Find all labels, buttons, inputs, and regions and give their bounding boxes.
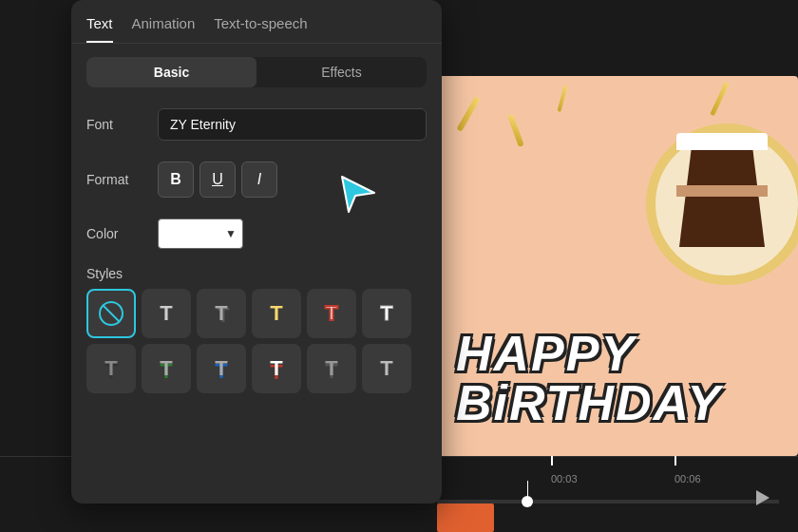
chevron-down-icon: ▼ — [225, 227, 237, 240]
color-row: Color ▼ — [71, 211, 442, 256]
cake-frosting — [676, 133, 768, 150]
confetti-2 — [507, 114, 524, 147]
style-none[interactable] — [86, 289, 136, 338]
subtab-bar: Basic Effects — [86, 57, 427, 87]
format-row: Format B U I — [71, 154, 442, 205]
play-button[interactable] — [756, 490, 770, 505]
timeline-track — [437, 500, 779, 504]
bold-button[interactable]: B — [158, 162, 194, 198]
styles-grid-1: T T T T T — [71, 289, 442, 338]
birthday-text: BiRTHDAY — [456, 378, 798, 428]
timeline-label-1: 00:03 — [551, 473, 578, 484]
timeline-tick-2 — [674, 456, 676, 466]
tab-animation[interactable]: Animation — [132, 15, 196, 43]
timeline-clip[interactable] — [437, 504, 494, 532]
font-row: Font ZY Eternity — [71, 101, 442, 148]
style-plain2[interactable]: T — [362, 344, 411, 393]
color-swatch[interactable]: ▼ — [158, 218, 243, 249]
style-blue-shadow[interactable]: T — [197, 344, 246, 393]
styles-grid-2: T T T T T T — [71, 344, 442, 393]
style-gray-shadow[interactable]: T — [307, 344, 356, 393]
format-label: Format — [86, 172, 158, 187]
color-label: Color — [86, 226, 158, 241]
font-label: Font — [86, 117, 158, 132]
preview-area: HAPPY BiRTHDAY — [437, 76, 798, 456]
subtab-effects[interactable]: Effects — [256, 57, 427, 87]
svg-line-1 — [103, 305, 120, 322]
birthday-text-container: HAPPY BiRTHDAY — [456, 329, 798, 428]
play-button-container — [756, 490, 770, 505]
playhead — [522, 496, 533, 507]
font-selector[interactable]: ZY Eternity — [158, 108, 427, 141]
confetti-3 — [557, 86, 567, 112]
style-outline-red[interactable]: T — [307, 289, 356, 338]
plate-container — [627, 104, 798, 294]
confetti-1 — [456, 96, 480, 132]
tab-tts[interactable]: Text-to-speech — [214, 15, 307, 43]
text-panel: Text Animation Text-to-speech Basic Effe… — [71, 0, 442, 504]
subtab-basic[interactable]: Basic — [86, 57, 256, 87]
underline-button[interactable]: U — [200, 162, 236, 198]
format-buttons: B U I — [158, 162, 277, 198]
happy-text: HAPPY — [456, 329, 798, 378]
cake-layer — [676, 185, 768, 197]
tab-bar: Text Animation Text-to-speech — [71, 0, 442, 44]
styles-label: Styles — [71, 262, 442, 289]
style-green-shadow[interactable]: T — [142, 344, 191, 393]
font-value: ZY Eternity — [170, 117, 236, 132]
italic-button[interactable]: I — [241, 162, 277, 198]
style-plain[interactable]: T — [142, 289, 191, 338]
style-shadow[interactable]: T — [197, 289, 246, 338]
timeline-label-2: 00:06 — [674, 473, 701, 484]
style-outline[interactable]: T — [362, 289, 411, 338]
style-dark-shadow[interactable]: T — [86, 344, 136, 393]
style-red-bottom[interactable]: T — [252, 344, 301, 393]
style-yellow[interactable]: T — [252, 289, 301, 338]
timeline-tick-1 — [551, 456, 553, 466]
tab-text[interactable]: Text — [86, 15, 113, 43]
